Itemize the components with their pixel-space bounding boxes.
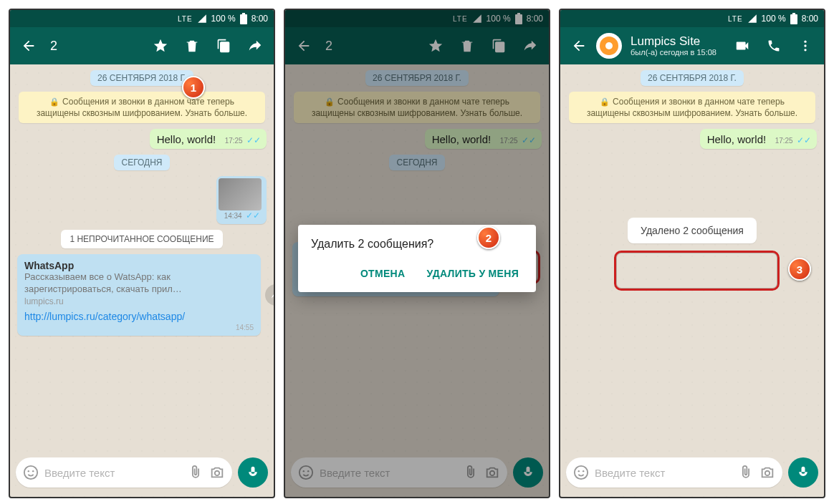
mic-icon <box>246 465 260 480</box>
svg-point-22 <box>765 471 770 475</box>
status-bar: LTE 100 % 8:00 <box>560 10 824 27</box>
message-out-image[interactable]: 14:34 ✓✓ <box>216 176 267 224</box>
mic-button[interactable] <box>788 457 818 488</box>
selection-app-bar: 2 <box>10 27 274 64</box>
unread-divider: 1 НЕПРОЧИТАННОЕ СООБЩЕНИЕ <box>61 230 222 248</box>
more-vert-icon <box>798 39 813 53</box>
lock-icon: 🔒 <box>600 97 610 106</box>
emoji-icon[interactable] <box>573 465 589 480</box>
delete-button[interactable] <box>178 32 206 60</box>
svg-point-21 <box>583 470 584 472</box>
contact-header[interactable]: Lumpics Site был(-а) сегодня в 15:08 <box>631 35 725 57</box>
svg-point-17 <box>804 44 806 47</box>
camera-icon[interactable] <box>209 465 225 480</box>
trash-icon <box>184 38 200 54</box>
input-bar: Введите текст <box>560 454 824 497</box>
date-chip: 26 СЕНТЯБРЯ 2018 Г. <box>90 70 193 86</box>
avatar-icon <box>598 35 620 57</box>
message-input[interactable]: Введите текст <box>16 457 232 488</box>
encryption-notice[interactable]: 🔒Сообщения и звонки в данном чате теперь… <box>19 92 265 123</box>
encryption-notice[interactable]: 🔒Сообщения и звонки в данном чате теперь… <box>569 92 815 123</box>
dialog-cancel-button[interactable]: ОТМЕНА <box>356 262 409 285</box>
input-bar: Введите текст <box>10 454 274 497</box>
svg-rect-13 <box>792 13 795 14</box>
message-in-link[interactable]: WhatsApp Рассказываем все о WatsApp: как… <box>17 254 261 336</box>
delete-dialog: Удалить 2 сообщения? ОТМЕНА УДАЛИТЬ У МЕ… <box>298 225 536 292</box>
svg-rect-12 <box>790 14 797 24</box>
back-button[interactable] <box>14 32 43 60</box>
contact-status: был(-а) сегодня в 15:08 <box>631 48 725 57</box>
message-input[interactable]: Введите текст <box>566 457 782 488</box>
battery-text: 100 % <box>211 14 236 24</box>
network-lte: LTE <box>728 15 743 23</box>
forward-icon <box>247 38 263 54</box>
screen-2: LTE 100 % 8:00 2 26 СЕНТЯБРЯ 2018 Г. 🔒Со… <box>284 9 550 498</box>
svg-point-4 <box>32 470 34 472</box>
copy-button[interactable] <box>209 32 238 60</box>
read-ticks-icon: ✓✓ <box>244 210 260 220</box>
signal-icon <box>197 14 207 24</box>
battery-text: 100 % <box>762 14 786 24</box>
image-thumbnail <box>219 178 262 210</box>
deleted-toast: Удалено 2 сообщения <box>628 218 757 243</box>
network-lte: LTE <box>178 15 193 23</box>
attach-icon[interactable] <box>188 465 203 480</box>
forward-icon <box>270 289 274 301</box>
svg-point-3 <box>28 470 29 472</box>
copy-icon <box>216 39 231 53</box>
phone-icon <box>767 39 781 53</box>
arrow-back-icon <box>21 38 37 54</box>
message-out-hello[interactable]: Hello, world! 17:25 ✓✓ <box>150 129 267 149</box>
battery-icon <box>240 13 247 24</box>
contact-name: Lumpics Site <box>631 35 725 49</box>
clock-text: 8:00 <box>802 14 818 24</box>
input-placeholder: Введите текст <box>44 467 182 479</box>
svg-point-2 <box>24 466 37 479</box>
status-bar: LTE 100 % 8:00 <box>10 10 274 27</box>
star-button[interactable] <box>146 32 175 60</box>
clock-text: 8:00 <box>251 14 268 24</box>
voice-call-button[interactable] <box>759 32 788 60</box>
screen-3: LTE 100 % 8:00 Lumpics Site был(-а) сего… <box>559 9 825 498</box>
arrow-back-icon <box>571 38 587 54</box>
videocam-icon <box>734 38 750 54</box>
battery-icon <box>790 13 797 24</box>
svg-point-18 <box>804 49 806 51</box>
input-placeholder: Введите текст <box>595 467 732 479</box>
dialog-delete-for-me-button[interactable]: УДАЛИТЬ У МЕНЯ <box>422 262 523 285</box>
video-call-button[interactable] <box>728 32 757 60</box>
svg-point-15 <box>605 42 613 49</box>
lock-icon: 🔒 <box>49 97 59 106</box>
svg-rect-0 <box>240 14 247 24</box>
today-chip: СЕГОДНЯ <box>114 155 169 170</box>
signal-icon <box>747 14 757 24</box>
star-icon <box>153 38 168 54</box>
emoji-icon[interactable] <box>23 465 39 480</box>
mic-button[interactable] <box>238 457 268 488</box>
svg-rect-1 <box>242 13 245 14</box>
contact-avatar[interactable] <box>596 33 622 59</box>
selection-count: 2 <box>50 39 143 54</box>
screen-1: LTE 100 % 8:00 2 26 СЕНТЯБРЯ 2018 Г. 🔒Со… <box>9 9 275 498</box>
back-button[interactable] <box>565 32 593 60</box>
mic-icon <box>796 465 810 480</box>
read-ticks-icon: ✓✓ <box>795 135 811 145</box>
message-url[interactable]: http://lumpics.ru/category/whatsapp/ <box>24 311 254 322</box>
svg-point-5 <box>215 471 219 475</box>
svg-point-16 <box>804 41 806 43</box>
attach-icon[interactable] <box>738 465 754 480</box>
chat-area: 26 СЕНТЯБРЯ 2018 Г. 🔒Сообщения и звонки … <box>560 64 824 454</box>
date-chip: 26 СЕНТЯБРЯ 2018 Г. <box>641 70 744 86</box>
svg-point-19 <box>575 466 588 479</box>
dialog-title: Удалить 2 сообщения? <box>311 238 523 251</box>
read-ticks-icon: ✓✓ <box>244 135 261 145</box>
message-out-hello[interactable]: Hello, world! 17:25 ✓✓ <box>700 129 817 149</box>
more-button[interactable] <box>791 32 820 60</box>
svg-point-20 <box>578 470 580 472</box>
forward-button[interactable] <box>241 32 269 60</box>
chat-area: 26 СЕНТЯБРЯ 2018 Г. 🔒Сообщения и звонки … <box>10 64 274 454</box>
camera-icon[interactable] <box>759 465 775 480</box>
forward-bubble-button[interactable] <box>265 284 274 306</box>
chat-app-bar: Lumpics Site был(-а) сегодня в 15:08 <box>560 27 824 64</box>
